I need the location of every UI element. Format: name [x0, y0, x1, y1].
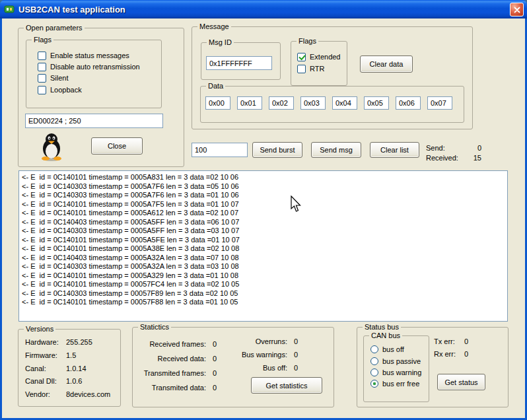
- version-label: Hardware:: [25, 338, 66, 346]
- log-line: <- E id = 0C140101 timestamp = 00057FC4 …: [22, 280, 505, 289]
- tx-err-label: Tx err:: [434, 337, 464, 345]
- log-line: <- E id = 0C140101 timestamp = 00057F88 …: [22, 298, 505, 307]
- title-bar[interactable]: USB2CAN test application: [0, 0, 527, 18]
- version-label: Firmware:: [25, 351, 66, 359]
- device-params-input[interactable]: [25, 114, 163, 128]
- close-button[interactable]: Close: [91, 137, 143, 155]
- version-row-canal-dll: Canal Dll: 1.0.6: [25, 377, 82, 385]
- stat-label: Received data:: [140, 355, 206, 363]
- window-title: USB2CAN test application: [18, 5, 125, 15]
- radio-icon: [370, 345, 378, 353]
- stat-value: 0: [294, 364, 298, 372]
- log-line: <- E id = 0C140101 timestamp = 0005A5FE …: [22, 236, 505, 245]
- checkbox-silent[interactable]: Silent: [38, 73, 69, 83]
- checkbox-rtr[interactable]: RTR: [297, 64, 324, 73]
- received-count-label: Received:: [426, 154, 458, 162]
- send-count-label: Send:: [426, 144, 445, 152]
- titlebar-close-button[interactable]: [510, 3, 524, 17]
- radio-bus-warning[interactable]: bus warning: [370, 368, 421, 377]
- checkbox-label: Extended: [310, 53, 340, 61]
- version-value: 1.0.14: [66, 365, 87, 372]
- get-statistics-button[interactable]: Get statistics: [251, 377, 322, 394]
- tux-penguin-icon: [38, 131, 65, 162]
- message-log-list[interactable]: <- E id = 0C140101 timestamp = 0005A831 …: [18, 170, 508, 322]
- radio-bus-err-free[interactable]: bus err free: [370, 379, 419, 388]
- version-row-canal: Canal: 1.0.14: [25, 365, 87, 372]
- radio-bus-passive[interactable]: bus passive: [370, 357, 421, 366]
- clear-data-button[interactable]: Clear data: [360, 55, 413, 73]
- close-icon: [514, 7, 520, 13]
- stat-value: 0: [294, 337, 298, 345]
- log-line: <- E id = 0C140101 timestamp = 0005A831 …: [22, 173, 505, 182]
- stat-value: 0: [213, 369, 217, 377]
- send-burst-button[interactable]: Send burst: [252, 142, 302, 158]
- checkbox-enable-status-messages[interactable]: Enable status messages: [38, 51, 129, 60]
- stat-value: 0: [213, 384, 217, 392]
- log-line: <- E id = 0C140303 timestamp = 0005A7F6 …: [22, 191, 505, 200]
- version-row-vendor: Vendor: 8devices.com: [25, 390, 110, 398]
- radio-icon: [370, 368, 378, 376]
- version-value: 8devices.com: [66, 390, 110, 398]
- checkbox-label: Disable auto retransmission: [50, 63, 140, 71]
- stat-value: 0: [213, 340, 217, 348]
- stat-label: Overruns:: [221, 337, 287, 345]
- stat-value: 0: [213, 355, 217, 363]
- rx-err-value: 0: [464, 350, 468, 358]
- log-line: <- E id = 0C140303 timestamp = 0005A5FF …: [22, 227, 505, 236]
- stat-row-transmited-frames: Transmited frames: 0: [140, 369, 217, 377]
- log-line: <- E id = 0C140303 timestamp = 0005A7F6 …: [22, 182, 505, 192]
- checkbox-label: Enable status messages: [50, 52, 129, 59]
- stat-row-bus-off: Bus off: 0: [221, 364, 298, 372]
- log-line: <- E id = 0C140101 timestamp = 0005A38E …: [22, 244, 505, 254]
- stat-row-transmited-data: Transmited data: 0: [140, 384, 217, 392]
- data-byte-1-input[interactable]: [237, 96, 262, 110]
- data-byte-3-input[interactable]: [300, 96, 326, 110]
- log-line: <- E id = 0C140403 timestamp = 0005A5FF …: [22, 218, 505, 227]
- version-label: Canal Dll:: [25, 377, 66, 385]
- radio-label: bus warning: [382, 368, 421, 376]
- received-count-value: 15: [466, 154, 481, 162]
- stat-row-bus-warnings: Bus warnings: 0: [221, 351, 298, 359]
- message-legend: Message: [197, 22, 231, 30]
- stat-label: Received frames:: [140, 340, 206, 348]
- data-byte-6-input[interactable]: [396, 96, 421, 110]
- stat-label: Transmited data:: [140, 384, 206, 392]
- get-status-button[interactable]: Get status: [437, 374, 485, 390]
- data-byte-4-input[interactable]: [332, 96, 357, 110]
- send-msg-button[interactable]: Send msg: [311, 142, 361, 158]
- data-legend: Data: [206, 82, 225, 90]
- checkbox-extended[interactable]: Extended: [297, 52, 340, 61]
- stat-row-received-data: Received data: 0: [140, 355, 217, 363]
- log-line: <- E id = 0C140101 timestamp = 0005A329 …: [22, 271, 505, 281]
- data-byte-7-input[interactable]: [427, 96, 452, 110]
- data-byte-2-input[interactable]: [269, 96, 294, 110]
- version-row-firmware: Firmware: 1.5: [25, 351, 76, 359]
- burst-count-input[interactable]: [192, 143, 248, 157]
- can-bus-legend: CAN bus: [369, 332, 402, 339]
- version-label: Vendor:: [25, 390, 66, 398]
- open-flags-legend: Flags: [32, 36, 53, 44]
- log-line: <- E id = 0C140403 timestamp = 0005A32A …: [22, 254, 505, 263]
- data-byte-0-input[interactable]: [205, 96, 230, 110]
- data-byte-5-input[interactable]: [364, 96, 389, 110]
- stat-row-received-frames: Received frames: 0: [140, 340, 217, 348]
- checkbox-loopback[interactable]: Loopback: [38, 85, 82, 94]
- version-label: Canal:: [25, 365, 66, 372]
- checkbox-label: Silent: [50, 74, 69, 82]
- rx-err-label: Rx err:: [434, 350, 464, 358]
- stat-label: Transmited frames:: [140, 369, 206, 377]
- radio-label: bus passive: [382, 357, 421, 365]
- stat-value: 0: [294, 351, 298, 359]
- version-value: 255.255: [66, 338, 92, 346]
- log-line: <- E id = 0C140101 timestamp = 0005A612 …: [22, 209, 505, 218]
- checkbox-disable-auto-retransmission[interactable]: Disable auto retransmission: [38, 62, 140, 71]
- stat-row-overruns: Overruns: 0: [221, 337, 298, 345]
- checkbox-label: Loopback: [50, 86, 82, 94]
- clear-list-button[interactable]: Clear list: [370, 142, 419, 158]
- radio-bus-off[interactable]: bus off: [370, 345, 404, 354]
- send-count-value: 0: [466, 144, 481, 152]
- radio-icon: [370, 357, 378, 365]
- app-icon[interactable]: [4, 4, 15, 15]
- msg-id-legend: Msg ID: [207, 38, 234, 46]
- msg-id-input[interactable]: [206, 56, 272, 70]
